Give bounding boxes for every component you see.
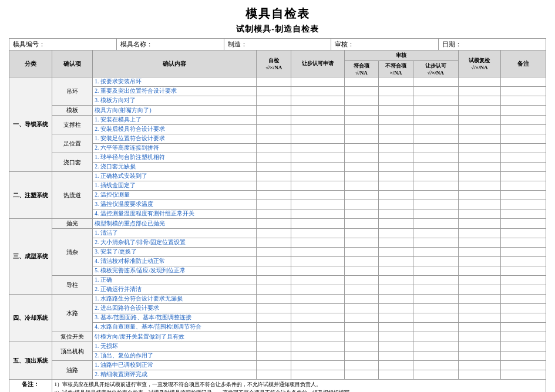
stepby-ok-cell [413, 144, 458, 153]
confirm-item-cell: 复位开关 [52, 332, 93, 342]
stepby-approve-cell [291, 313, 344, 323]
table-row: 足位置1. 安装足位置符合设计要求 [9, 134, 546, 144]
pass-cell [344, 323, 379, 332]
self-check-cell [257, 191, 291, 200]
note-cell [501, 191, 546, 200]
self-check-cell [257, 266, 291, 276]
date: 日期： [439, 39, 546, 50]
stepby-ok-cell [413, 295, 458, 304]
note-cell [501, 323, 546, 332]
content-cell: 模具方向(射嘴方向了) [93, 106, 257, 116]
note-cell [501, 153, 546, 163]
confirm-item-cell: 清杂 [52, 229, 93, 276]
table-row: 复位开关针模方向/度开关装置做到了且有效 [9, 332, 546, 342]
self-check-cell [257, 144, 291, 153]
content-cell: 1. 插线盒固定了 [93, 181, 257, 191]
table-row: 导柱1. 正确 [9, 276, 546, 285]
pass-cell [344, 370, 379, 380]
stepby-approve-cell [291, 219, 344, 229]
stepby-approve-cell [291, 285, 344, 295]
note-cell [501, 200, 546, 209]
stepby-ok-cell [413, 116, 458, 125]
self-check-cell [257, 77, 291, 87]
no-pass-cell [379, 342, 413, 352]
note-cell [501, 87, 546, 96]
no-pass-cell [379, 116, 413, 125]
self-check-cell [257, 323, 291, 332]
mold-name: 模具名称： [117, 39, 224, 50]
trial-check-cell [458, 87, 501, 96]
no-pass-cell [379, 370, 413, 380]
self-check-cell [257, 163, 291, 172]
confirm-item-cell: 导柱 [52, 276, 93, 295]
pass-cell [344, 116, 379, 125]
no-pass-cell [379, 276, 413, 285]
trial-check-cell [458, 332, 501, 342]
self-check-cell [257, 248, 291, 257]
stepby-approve-cell [291, 125, 344, 134]
no-pass-cell [379, 238, 413, 248]
self-check-cell [257, 116, 291, 125]
trial-check-cell [458, 323, 501, 332]
confirm-item-cell: 支撑柱 [52, 116, 93, 134]
no-pass-cell [379, 352, 413, 361]
pass-cell [344, 144, 379, 153]
content-cell: 针模方向/度开关装置做到了且有效 [93, 332, 257, 342]
stepby-approve-cell [291, 144, 344, 153]
pass-cell [344, 332, 379, 342]
main-table: 分类 确认项 确认内容 自检 √/×/NA 让步认可申请 审核 试模复检 √/×… [9, 50, 546, 392]
content-cell: 1. 水路路生分符合设计要求无漏损 [93, 295, 257, 304]
trial-check-cell [458, 361, 501, 370]
no-pass-cell [379, 229, 413, 238]
table-row: 浇口套1. 球半径与台阶注塑机相符 [9, 153, 546, 163]
content-cell: 4. 清洁校对标准防止动正常 [93, 257, 257, 266]
pass-cell [344, 125, 379, 134]
self-check-cell [257, 295, 291, 304]
stepby-ok-cell [413, 209, 458, 219]
pass-cell [344, 172, 379, 181]
note-cell [501, 257, 546, 266]
stepby-approve-cell [291, 323, 344, 332]
content-cell: 2. 精细装置测评完成 [93, 370, 257, 380]
header-no-pass: 不符合项 ×/NA [379, 61, 413, 77]
section-label: 一、导锁系统 [9, 77, 52, 172]
header-stepby-approve: 让步认可申请 [291, 50, 344, 77]
stepby-approve-cell [291, 200, 344, 209]
note-cell [501, 342, 546, 352]
content-cell: 1. 油路中已调校到正常 [93, 361, 257, 370]
stepby-approve-cell [291, 229, 344, 238]
stepby-approve-cell [291, 248, 344, 257]
header-note: 备注 [501, 50, 546, 77]
content-cell: 3. 模板方向对了 [93, 96, 257, 106]
stepby-ok-cell [413, 181, 458, 191]
stepby-ok-cell [413, 313, 458, 323]
manufacture: 制造： [224, 39, 332, 50]
table-row: 一、导锁系统吊环1. 按要求安装吊环 [9, 77, 546, 87]
note-cell [501, 116, 546, 125]
self-check-cell [257, 153, 291, 163]
content-cell: 3. 安装了/更换了 [93, 248, 257, 257]
confirm-item-cell: 热流道 [52, 172, 93, 219]
note-cell [501, 352, 546, 361]
no-pass-cell [379, 153, 413, 163]
trial-check-cell [458, 106, 501, 116]
trial-check-cell [458, 285, 501, 295]
no-pass-cell [379, 144, 413, 153]
trial-check-cell [458, 295, 501, 304]
stepby-approve-cell [291, 172, 344, 181]
stepby-ok-cell [413, 361, 458, 370]
trial-check-cell [458, 229, 501, 238]
pass-cell [344, 304, 379, 313]
no-pass-cell [379, 87, 413, 96]
note-cell [501, 285, 546, 295]
confirm-item-cell: 浇口套 [52, 153, 93, 172]
note-cell [501, 332, 546, 342]
content-cell: 模型制模的重点部位已抛光 [93, 219, 257, 229]
stepby-approve-cell [291, 342, 344, 352]
note-cell [501, 266, 546, 276]
stepby-approve-cell [291, 361, 344, 370]
no-pass-cell [379, 106, 413, 116]
self-check-cell [257, 370, 291, 380]
stepby-ok-cell [413, 266, 458, 276]
stepby-ok-cell [413, 370, 458, 380]
